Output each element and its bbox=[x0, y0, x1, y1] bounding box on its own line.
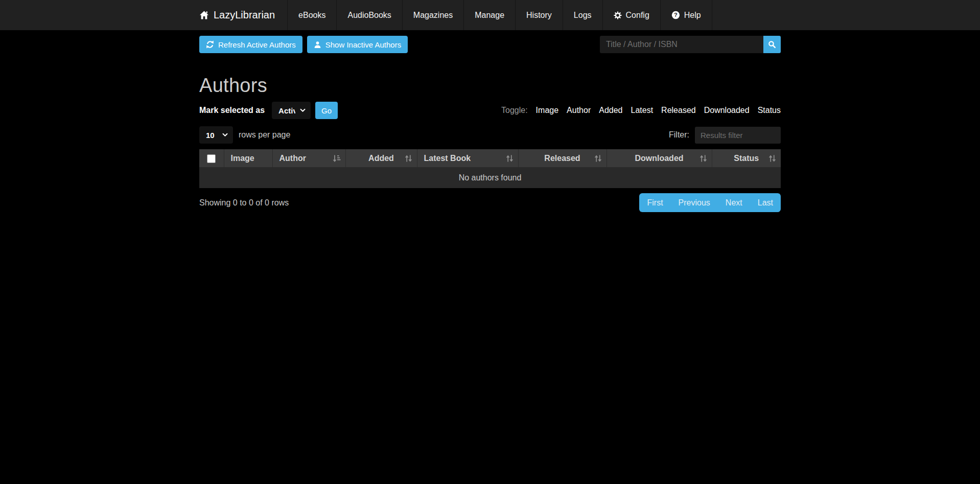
toggle-added[interactable]: Added bbox=[599, 106, 622, 115]
col-header-status[interactable]: Status bbox=[712, 149, 781, 167]
navbar: LazyLibrarian eBooks AudioBooks Magazine… bbox=[0, 0, 980, 30]
nav-item-label: Logs bbox=[574, 11, 592, 20]
nav-item-label: Magazines bbox=[413, 11, 453, 20]
select-all-header bbox=[199, 149, 224, 167]
pagination-next[interactable]: Next bbox=[718, 193, 750, 212]
refresh-button-label: Refresh Active Authors bbox=[218, 40, 296, 49]
col-header-image: Image bbox=[224, 149, 272, 167]
nav-item-logs[interactable]: Logs bbox=[563, 0, 602, 30]
col-header-downloaded[interactable]: Downloaded bbox=[606, 149, 712, 167]
toggle-label: Toggle: bbox=[501, 106, 528, 115]
gear-icon bbox=[614, 11, 622, 19]
go-button[interactable]: Go bbox=[315, 102, 338, 119]
rows-per-page-wrap: 10 bbox=[199, 126, 233, 144]
results-filter-input[interactable] bbox=[695, 127, 781, 144]
showing-rows-text: Showing 0 to 0 of 0 rows bbox=[199, 198, 289, 208]
search-button[interactable] bbox=[763, 36, 781, 53]
col-header-latest-book[interactable]: Latest Book bbox=[417, 149, 518, 167]
refresh-icon bbox=[206, 40, 214, 49]
mark-select-wrap: Active bbox=[272, 102, 311, 119]
nav-item-ebooks[interactable]: eBooks bbox=[287, 0, 336, 30]
nav-item-magazines[interactable]: Magazines bbox=[402, 0, 463, 30]
nav-item-label: Config bbox=[626, 11, 649, 20]
nav-item-history[interactable]: History bbox=[515, 0, 563, 30]
col-header-label: Latest Book bbox=[424, 154, 471, 163]
toggle-latest[interactable]: Latest bbox=[631, 106, 653, 115]
pagination-first[interactable]: First bbox=[639, 193, 670, 212]
sort-icon bbox=[506, 154, 514, 162]
col-header-label: Author bbox=[279, 154, 306, 163]
page-title: Authors bbox=[199, 75, 781, 97]
nav-item-label: Manage bbox=[475, 11, 504, 20]
svg-text:?: ? bbox=[674, 12, 678, 18]
nav-item-audiobooks[interactable]: AudioBooks bbox=[336, 0, 402, 30]
brand[interactable]: LazyLibrarian bbox=[199, 0, 287, 30]
col-header-author[interactable]: Author bbox=[272, 149, 345, 167]
home-icon bbox=[199, 11, 209, 19]
sort-icon bbox=[405, 154, 412, 162]
filter-label: Filter: bbox=[669, 130, 689, 140]
pagination-last[interactable]: Last bbox=[750, 193, 781, 212]
toggle-released[interactable]: Released bbox=[661, 106, 696, 115]
select-all-checkbox[interactable] bbox=[207, 154, 216, 163]
help-icon: ? bbox=[671, 11, 680, 19]
nav-item-config[interactable]: Config bbox=[602, 0, 660, 30]
pagination-previous[interactable]: Previous bbox=[671, 193, 718, 212]
rows-per-page-select[interactable]: 10 bbox=[199, 126, 233, 144]
nav-item-help[interactable]: ? Help bbox=[660, 0, 712, 30]
search-icon bbox=[768, 40, 777, 49]
refresh-active-authors-button[interactable]: Refresh Active Authors bbox=[199, 36, 302, 53]
pagination: First Previous Next Last bbox=[639, 193, 781, 212]
nav-item-manage[interactable]: Manage bbox=[463, 0, 515, 30]
empty-message: No authors found bbox=[199, 167, 781, 188]
col-header-added[interactable]: Added bbox=[345, 149, 417, 167]
sort-icon bbox=[699, 154, 707, 162]
toolbar: Refresh Active Authors Show Inactive Aut… bbox=[199, 36, 781, 53]
nav-item-label: Help bbox=[684, 11, 701, 20]
mark-select[interactable]: Active bbox=[272, 102, 311, 119]
col-header-label: Released bbox=[544, 154, 580, 163]
brand-label: LazyLibrarian bbox=[214, 9, 275, 21]
filter-group: Filter: bbox=[669, 127, 781, 144]
mark-selected-label: Mark selected as bbox=[199, 106, 265, 115]
inactive-button-label: Show Inactive Authors bbox=[325, 40, 401, 49]
rows-per-page-label: rows per page bbox=[239, 130, 290, 140]
toggle-author[interactable]: Author bbox=[567, 106, 591, 115]
col-header-label: Status bbox=[734, 154, 759, 163]
toggle-image[interactable]: Image bbox=[536, 106, 558, 115]
nav-item-label: History bbox=[526, 11, 552, 20]
toggle-group: Toggle: Image Author Added Latest Releas… bbox=[501, 106, 781, 115]
sort-asc-icon bbox=[333, 154, 341, 163]
search-group bbox=[600, 36, 781, 53]
nav-item-label: AudioBooks bbox=[347, 11, 391, 20]
toggle-downloaded[interactable]: Downloaded bbox=[704, 106, 750, 115]
user-icon bbox=[314, 41, 321, 49]
authors-table: Image Author Added bbox=[199, 149, 781, 188]
nav-item-label: eBooks bbox=[298, 11, 325, 20]
col-header-released[interactable]: Released bbox=[518, 149, 606, 167]
table-header-row: Image Author Added bbox=[199, 149, 781, 167]
show-inactive-authors-button[interactable]: Show Inactive Authors bbox=[307, 36, 408, 53]
toggle-status[interactable]: Status bbox=[758, 106, 781, 115]
empty-row: No authors found bbox=[199, 167, 781, 188]
col-header-label: Image bbox=[231, 154, 254, 163]
sort-icon bbox=[594, 154, 602, 162]
col-header-label: Downloaded bbox=[635, 154, 683, 163]
sort-icon bbox=[768, 154, 776, 162]
search-input[interactable] bbox=[600, 36, 763, 53]
col-header-label: Added bbox=[368, 154, 394, 163]
